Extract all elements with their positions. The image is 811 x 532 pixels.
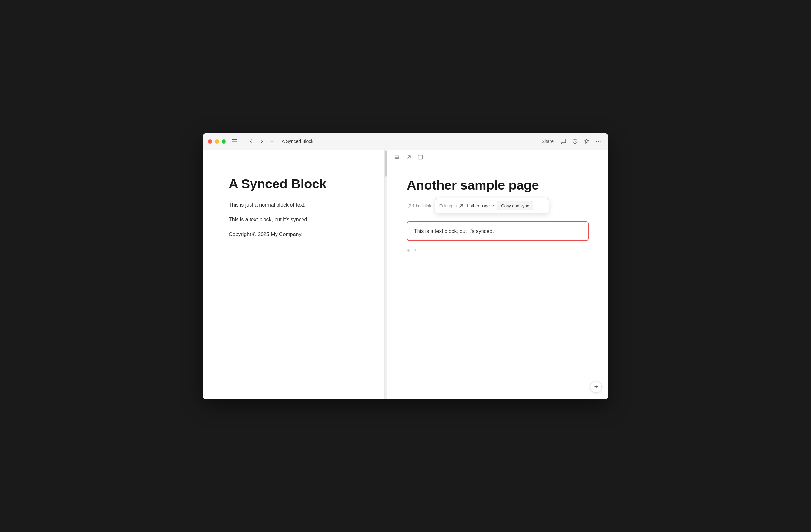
right-page-content: Another sample page 1 backlink Editing i… xyxy=(407,177,589,255)
svg-rect-0 xyxy=(232,139,237,140)
left-content: This is just a normal block of text. Thi… xyxy=(229,201,365,239)
star-icon[interactable] xyxy=(582,137,591,146)
content-area: A Synced Block This is just a normal blo… xyxy=(203,150,608,399)
titlebar: + A Synced Block Share xyxy=(203,133,608,150)
add-block-icon[interactable]: + xyxy=(407,248,410,254)
titlebar-right: Share ··· xyxy=(539,137,603,146)
left-paragraph-2: This is a text block, but it's synced. xyxy=(229,215,365,224)
left-page-title: A Synced Block xyxy=(229,176,365,192)
svg-rect-4 xyxy=(418,155,423,159)
synced-block-text: This is a text block, but it's synced. xyxy=(414,227,582,235)
share-button[interactable]: Share xyxy=(539,137,556,145)
app-window: + A Synced Block Share xyxy=(203,133,608,399)
svg-rect-1 xyxy=(232,141,237,142)
left-paragraph-1: This is just a normal block of text. xyxy=(229,201,365,209)
titlebar-title: A Synced Block xyxy=(282,139,313,144)
traffic-lights xyxy=(208,139,226,143)
layout-icon[interactable] xyxy=(416,153,425,162)
back-button[interactable] xyxy=(247,137,256,146)
titlebar-left: + A Synced Block xyxy=(208,137,313,146)
open-in-new-icon[interactable] xyxy=(404,153,413,162)
add-block-row: + ⠿ xyxy=(407,248,589,254)
collapse-sidebar-icon[interactable] xyxy=(393,153,402,162)
svg-rect-2 xyxy=(232,143,237,143)
close-button[interactable] xyxy=(208,139,212,143)
page-title-label: A Synced Block xyxy=(282,139,313,144)
sparkle-icon: ✦ xyxy=(594,383,598,390)
left-panel: A Synced Block This is just a normal blo… xyxy=(203,150,385,399)
left-paragraph-3: Copyright © 2025 My Company. xyxy=(229,230,365,239)
meta-row: 1 backlink Editing in 1 other page xyxy=(407,198,589,214)
fullscreen-button[interactable] xyxy=(221,139,226,143)
popup-more-button[interactable]: ··· xyxy=(536,201,545,210)
copy-and-sync-button[interactable]: Copy and sync xyxy=(497,201,533,210)
right-page-title: Another sample page xyxy=(407,177,589,193)
more-options-icon[interactable]: ··· xyxy=(594,137,603,146)
panel-divider xyxy=(385,150,387,399)
history-icon[interactable] xyxy=(570,137,580,146)
other-page-label: 1 other page xyxy=(466,203,490,208)
right-panel: Another sample page 1 backlink Editing i… xyxy=(387,150,608,399)
comment-icon[interactable] xyxy=(559,137,568,146)
drag-handle-icon[interactable]: ⠿ xyxy=(413,249,416,254)
editing-in-popup: Editing in 1 other page Copy and sync ··… xyxy=(435,198,549,214)
minimize-button[interactable] xyxy=(215,139,219,143)
scrollbar-thumb[interactable] xyxy=(385,151,387,177)
add-page-button[interactable]: + xyxy=(267,137,276,146)
share-label: Share xyxy=(542,139,554,144)
sparkle-button[interactable]: ✦ xyxy=(590,381,602,393)
secondary-toolbar xyxy=(387,150,608,165)
hamburger-icon[interactable] xyxy=(230,137,239,146)
editing-in-pages[interactable]: 1 other page xyxy=(466,203,494,208)
editing-in-label: Editing in xyxy=(439,203,457,208)
backlink-badge[interactable]: 1 backlink xyxy=(407,203,431,208)
synced-block[interactable]: This is a text block, but it's synced. xyxy=(407,221,589,241)
forward-button[interactable] xyxy=(257,137,266,146)
nav-buttons: + xyxy=(247,137,276,146)
backlink-label: 1 backlink xyxy=(412,203,431,208)
